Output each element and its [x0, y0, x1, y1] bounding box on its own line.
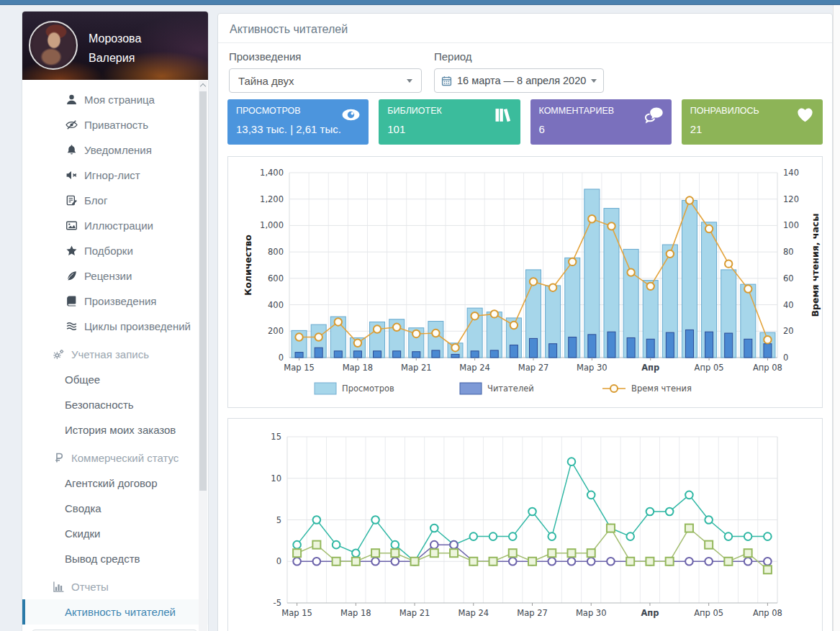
circle-marker	[293, 558, 301, 566]
svg-text:400: 400	[268, 300, 284, 310]
reader-activity-chart: 02004006008001,0001,2001,400020406080100…	[228, 157, 823, 407]
readers-bar	[295, 353, 303, 358]
filters-row: Произведения Тайна двух Период 16 марта …	[218, 43, 832, 93]
sidebar-item[interactable]: Активность читателей	[22, 599, 208, 625]
main-panel: Активность читателей Произведения Тайна …	[217, 13, 833, 631]
page-scrollbar[interactable]	[833, 0, 840, 631]
reading-time-point	[335, 318, 342, 325]
svg-text:Апр: Апр	[641, 363, 659, 373]
circle-marker	[352, 549, 360, 557]
readers-bar	[374, 351, 381, 358]
secondary-activity-chart: -5051015Мар 15Мар 18Мар 21Мар 24Мар 27Ма…	[228, 419, 823, 631]
sidebar-item-user[interactable]: Моя страница	[22, 87, 208, 112]
reading-time-point	[686, 196, 693, 204]
sidebar-item[interactable]: Агентский договор	[22, 471, 208, 496]
svg-text:Апр 05: Апр 05	[695, 363, 724, 373]
label: Безопасность	[65, 399, 134, 411]
profile-header[interactable]: Морозова Валерия	[22, 12, 208, 80]
bar-chart-icon	[53, 581, 65, 593]
svg-text:Мар 18: Мар 18	[340, 608, 371, 618]
image-icon	[66, 219, 78, 232]
svg-text:600: 600	[268, 273, 284, 283]
square-marker	[548, 549, 556, 557]
reading-time-point	[569, 258, 576, 265]
circle-marker	[744, 558, 752, 566]
label: Моя страница	[84, 94, 155, 106]
reading-time-point	[588, 215, 595, 222]
sidebar-scrollbar[interactable]	[199, 81, 207, 631]
period-picker[interactable]: 16 марта — 8 апреля 2020	[434, 68, 604, 93]
chevron-down-icon	[407, 79, 412, 83]
svg-text:Апр 08: Апр 08	[753, 608, 782, 618]
sidebar-item-book[interactable]: Произведения	[22, 289, 208, 314]
stat-card-comments: КОММЕНТАРИЕВ6	[530, 99, 672, 145]
circle-marker	[685, 491, 693, 499]
sidebar-item[interactable]: Сводка	[22, 496, 208, 521]
circle-marker	[528, 508, 536, 516]
readers-bar	[705, 332, 713, 358]
sidebar-item-image[interactable]: Иллюстрации	[22, 213, 208, 238]
readers-bar	[666, 332, 674, 358]
sidebar: Морозова Валерия Моя страницаПриватность…	[22, 11, 209, 631]
readers-bar	[608, 332, 615, 358]
square-marker	[312, 541, 320, 549]
circle-marker	[764, 532, 772, 540]
stat-card-books: БИБЛИОТЕК101	[379, 99, 520, 145]
circle-marker	[587, 558, 595, 566]
scroll-up-icon[interactable]	[199, 81, 207, 91]
reading-time-point	[608, 222, 615, 230]
square-marker	[411, 558, 419, 566]
comments-icon	[644, 106, 664, 124]
svg-text:Апр: Апр	[641, 608, 659, 618]
bell-icon	[66, 144, 78, 156]
readers-bar	[764, 344, 772, 358]
reading-time-point	[530, 278, 537, 285]
avatar[interactable]	[29, 21, 78, 70]
works-select[interactable]: Тайна двух	[229, 68, 422, 93]
sidebar-item-volume-mute[interactable]: Игнор-лист	[22, 163, 208, 188]
readers-bar	[744, 339, 752, 358]
circle-marker	[293, 541, 301, 549]
square-marker	[450, 549, 458, 557]
square-marker	[293, 549, 301, 557]
sidebar-item[interactable]: Безопасность	[22, 392, 208, 417]
readers-bar	[569, 337, 577, 358]
circle-marker	[587, 491, 595, 499]
sidebar-item[interactable]: Вывод средств	[22, 546, 208, 571]
sidebar-item-bell[interactable]: Уведомления	[22, 137, 208, 163]
works-select-value: Тайна двух	[238, 75, 407, 87]
sidebar-item[interactable]: Общее	[22, 367, 208, 392]
sidebar-item[interactable]: История моих заказов	[22, 417, 208, 442]
circle-marker	[313, 516, 321, 524]
svg-text:40: 40	[783, 300, 794, 310]
square-marker	[744, 549, 752, 557]
sidebar-item[interactable]: Скидки	[22, 521, 208, 546]
label: Учетная запись	[71, 348, 149, 360]
square-marker	[646, 558, 654, 566]
label: Подборки	[84, 245, 133, 257]
sidebar-item-eye-slash[interactable]: Приватность	[22, 112, 208, 137]
circle-marker	[568, 458, 576, 466]
sidebar-item-star[interactable]: Подборки	[22, 238, 208, 263]
stat-value: 6	[539, 123, 663, 135]
sidebar-item-feather[interactable]: Рецензии	[22, 263, 208, 289]
circle-marker	[509, 558, 517, 566]
svg-text:5: 5	[276, 515, 281, 525]
square-marker	[352, 558, 360, 566]
calendar-icon	[441, 76, 452, 86]
label: Коммерческий статус	[71, 452, 179, 464]
sidebar-item-layers[interactable]: Циклы произведений	[22, 314, 208, 339]
svg-text:Время чтения: Время чтения	[631, 383, 692, 394]
sidebar-scrollbar-thumb[interactable]	[199, 91, 207, 491]
square-marker	[587, 549, 595, 557]
circle-marker	[666, 508, 674, 516]
readers-bar	[646, 339, 654, 358]
eye-slash-icon	[66, 119, 78, 131]
period-value: 16 марта — 8 апреля 2020	[457, 75, 591, 86]
stat-value: 101	[387, 123, 511, 135]
sidebar-item-blog[interactable]: Блог	[22, 188, 208, 213]
square-marker	[391, 549, 399, 557]
svg-text:Мар 24: Мар 24	[458, 608, 489, 618]
profile-name-line2: Валерия	[89, 48, 141, 68]
svg-text:0: 0	[276, 556, 281, 566]
